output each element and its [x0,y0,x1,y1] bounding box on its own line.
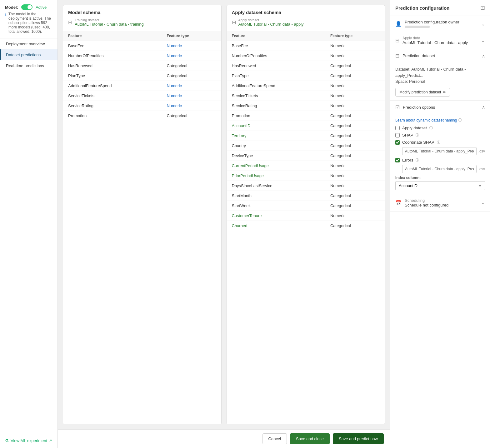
model-schema-table: Feature Feature type BaseFeeNumericNumbe… [63,31,221,121]
model-feature-col-header: Feature [63,31,162,41]
type-cell: Categorical [325,191,385,201]
config-prediction-dataset-left: ⊟ Prediction dataset [395,53,435,59]
owner-chevron-icon[interactable]: ⌄ [481,22,485,27]
schema-area: Model schema ⊟ Training dataset AutoML T… [58,0,390,429]
prediction-dataset-info: Dataset: AutoML Tutorial - Churn data - … [395,66,485,85]
model-active-toggle[interactable] [21,4,32,10]
config-owner-labels: Prediction configuration owner [405,20,459,28]
feature-cell: ServiceRating [63,101,162,111]
type-cell: Categorical [325,71,385,81]
table-row: AdditionalFeatureSpendNumeric [63,81,221,91]
training-dataset-info: Training dataset AutoML Tutorial - Churn… [75,18,144,27]
scheduling-label: Scheduling [405,198,448,203]
coordinate-shap-sub-option: .csv [402,147,485,155]
config-owner-header[interactable]: 👤 Prediction configuration owner ⌄ [390,16,490,32]
type-cell: Categorical [325,121,385,131]
errors-checkbox[interactable] [395,158,400,162]
prediction-options-chevron-up-icon[interactable]: ∧ [482,105,485,110]
model-schema-header: Model schema ⊟ Training dataset AutoML T… [63,5,221,31]
coordinate-shap-checkbox-row: Coordinate SHAP ⓘ [395,140,485,145]
feature-cell: Promotion [227,111,325,121]
dynamic-naming-link[interactable]: Learn about dynamic dataset naming ⓘ [395,118,462,122]
apply-schema-card: Apply dataset schema ⊟ Apply dataset Aut… [227,5,385,424]
prediction-dataset-chevron-up-icon[interactable]: ∧ [482,53,485,58]
feature-cell[interactable]: Churned [227,221,325,231]
external-link-icon: ↗ [49,439,52,443]
table-row: BaseFeeNumeric [227,41,385,51]
table-row: DeviceTypeCategorical [227,151,385,161]
dynamic-naming-link-text: Learn about dynamic dataset naming [395,118,457,122]
cancel-button[interactable]: Cancel [262,433,287,444]
config-apply-data-header[interactable]: ⊟ Apply data AutoML Tutorial - Churn dat… [390,32,490,49]
right-panel-header: Prediction configuration ⊡ [390,0,490,16]
apply-data-chevron-icon[interactable]: ⌄ [481,38,485,43]
table-row: PriorPeriodUsageNumeric [227,171,385,181]
modify-prediction-dataset-button[interactable]: Modify prediction dataset ✏ [395,88,450,97]
errors-filename-input[interactable] [402,165,477,173]
apply-schema-table: Feature Feature type BaseFeeNumericNumbe… [227,31,385,231]
info-circle-icon: ⓘ [458,118,462,122]
feature-cell: PlanType [63,71,162,81]
footer: Cancel Save and close Save and predict n… [58,429,390,448]
nav-dataset-predictions[interactable]: Dataset predictions [0,49,58,60]
config-scheduling-left: 📅 Scheduling Schedule not configured [395,198,448,207]
feature-cell[interactable]: Territory [227,131,325,141]
errors-ext: .csv [478,165,485,173]
feature-cell: ServiceTickets [227,91,325,101]
model-info-text: The model in the deployment is active. T… [8,12,52,34]
apply-dataset-info: Apply dataset AutoML Tutorial - Churn da… [238,18,304,27]
table-row: DaysSinceLastServiceNumeric [227,181,385,191]
scheduling-value: Schedule not configured [405,203,448,207]
calendar-icon: 📅 [395,200,402,206]
apply-dataset-checkbox[interactable] [395,126,400,130]
shap-checkbox[interactable] [395,133,400,137]
feature-cell: DaysSinceLastService [227,181,325,191]
table-row: HasRenewedCategorical [227,61,385,71]
collapse-right-panel-icon[interactable]: ⊡ [480,4,485,11]
table-row: NumberOfPenaltiesNumeric [227,51,385,61]
type-cell: Numeric [325,161,385,171]
nav-deployment-overview[interactable]: Deployment overview [0,38,58,49]
config-apply-data-section: ⊟ Apply data AutoML Tutorial - Churn dat… [390,32,490,49]
coordinate-shap-input-row: .csv [402,147,485,155]
feature-cell: BaseFee [227,41,325,51]
feature-cell[interactable]: PriorPeriodUsage [227,171,325,181]
apply-dataset-ref: ⊟ Apply dataset AutoML Tutorial - Churn … [232,18,380,27]
type-cell: Numeric [162,41,221,51]
apply-dataset-checkbox-row: Apply dataset ⓘ [395,126,485,130]
config-prediction-options-header[interactable]: ☑ Prediction options ∧ [390,101,490,114]
view-experiment-link[interactable]: ⚗ View ML experiment ↗ [5,438,52,443]
model-training-dataset-ref: ⊟ Training dataset AutoML Tutorial - Chu… [68,18,216,27]
config-prediction-options-body: Learn about dynamic dataset naming ⓘ App… [390,114,490,194]
config-scheduling-header[interactable]: 📅 Scheduling Schedule not configured ⌄ [390,194,490,211]
feature-cell[interactable]: CurrentPeriodUsage [227,161,325,171]
model-label: Model: [5,5,18,10]
type-cell: Numeric [325,211,385,221]
feature-cell: Promotion [63,111,162,121]
table-row: PromotionCategorical [227,111,385,121]
index-column-select[interactable]: AccountID None [395,181,485,190]
feature-cell: NumberOfPenalties [227,51,325,61]
save-predict-button[interactable]: Save and predict now [333,433,384,444]
coordinate-shap-checkbox[interactable] [395,140,400,145]
apply-dataset-name: AutoML Tutorial - Churn data - apply [238,22,304,27]
config-prediction-dataset-header[interactable]: ⊟ Prediction dataset ∧ [390,49,490,62]
table-row: CurrentPeriodUsageNumeric [227,161,385,171]
table-row: StartWeekCategorical [227,201,385,211]
type-cell: Categorical [162,111,221,121]
coordinate-shap-ext: .csv [478,147,485,155]
feature-cell[interactable]: CustomerTenure [227,211,325,221]
config-apply-data-info: Apply data AutoML Tutorial - Churn data … [402,36,468,45]
coordinate-shap-filename-input[interactable] [402,147,477,155]
nav-realtime-predictions[interactable]: Real-time predictions [0,60,58,71]
table-row: AdditionalFeatureSpendNumeric [227,81,385,91]
scheduling-chevron-icon[interactable]: ⌄ [481,200,485,205]
apply-dataset-sublabel: Apply dataset [238,18,304,22]
apply-feature-col-header: Feature [227,31,325,41]
config-scheduling-section: 📅 Scheduling Schedule not configured ⌄ [390,194,490,212]
save-close-button[interactable]: Save and close [290,433,330,444]
info-icon: ℹ [5,12,7,17]
left-nav: Deployment overview Dataset predictions … [0,38,58,71]
feature-cell[interactable]: AccountID [227,121,325,131]
left-sidebar: Model: Active ℹ The model in the deploym… [0,0,58,448]
